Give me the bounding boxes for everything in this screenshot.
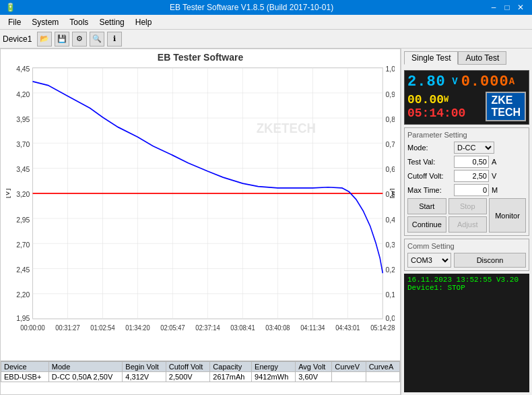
current-value: 0.000 (461, 73, 509, 90)
stop-button[interactable]: Stop (448, 198, 488, 214)
voltage-value: 2.80 (407, 73, 446, 90)
title-bar: 🔋 EB Tester Software V1.8.5 (Build 2017-… (0, 0, 532, 15)
cutoffvolt-input[interactable] (454, 170, 489, 182)
param-section: Parameter Setting Mode: D-CC D-CV D-CR D… (404, 127, 529, 236)
menu-help[interactable]: Help (130, 16, 158, 28)
continue-button[interactable]: Continue (407, 216, 446, 233)
svg-text:0,90: 0,90 (385, 90, 395, 98)
svg-text:0,10: 0,10 (385, 291, 395, 299)
param-section-title: Parameter Setting (407, 131, 526, 139)
tabs: Single Test Auto Test (404, 51, 529, 65)
svg-text:3,45: 3,45 (16, 165, 30, 173)
col-curvea: CurveA (366, 362, 399, 372)
tab-single-test[interactable]: Single Test (404, 51, 458, 65)
svg-text:0,60: 0,60 (385, 165, 395, 173)
run-data-row2: 00.00W 05:14:00 ZKE TECH (407, 92, 526, 121)
col-device: Device (1, 362, 49, 372)
toolbar-settings-btn[interactable]: ⚙ (72, 32, 87, 47)
comm-section-title: Comm Setting (407, 242, 526, 250)
testval-row: Test Val: A (407, 156, 526, 168)
col-avg-volt: Avg Volt (296, 362, 332, 372)
svg-text:2,70: 2,70 (16, 240, 30, 248)
monitor-button[interactable]: Monitor (489, 198, 526, 233)
cell-device: EBD-USB+ (1, 372, 49, 382)
svg-text:03:08:41: 03:08:41 (230, 324, 255, 332)
mode-row: Mode: D-CC D-CV D-CR D-CP (407, 142, 526, 154)
svg-text:0,80: 0,80 (385, 115, 395, 123)
svg-text:03:40:08: 03:40:08 (265, 324, 290, 332)
btn-group-left: Start Stop Continue Adjust (407, 198, 487, 233)
col-capacity: Capacity (210, 362, 252, 372)
cutoffvolt-unit: V (492, 172, 496, 180)
com-port-select[interactable]: COM3 COM1 COM2 COM4 (407, 253, 451, 268)
run-current: 0.000A (461, 73, 515, 90)
svg-text:04:11:34: 04:11:34 (300, 324, 325, 332)
status-log-line1: 16.11.2023 13:52:55 V3.20 (407, 276, 526, 284)
mode-label: Mode: (407, 144, 451, 152)
svg-text:0,70: 0,70 (385, 140, 395, 148)
svg-text:04:43:01: 04:43:01 (335, 324, 360, 332)
svg-text:0,20: 0,20 (385, 266, 395, 274)
col-mode: Mode (48, 362, 123, 372)
testval-label: Test Val: (407, 158, 451, 166)
cutoffvolt-label: Cutoff Volt: (407, 172, 451, 180)
start-button[interactable]: Start (407, 198, 446, 214)
svg-text:[V]: [V] (6, 188, 11, 198)
menu-file[interactable]: File (3, 16, 26, 28)
svg-text:01:02:54: 01:02:54 (90, 324, 115, 332)
svg-text:3,70: 3,70 (16, 140, 30, 148)
toolbar-info-btn[interactable]: ℹ (107, 32, 122, 47)
current-unit: A (509, 76, 515, 87)
comm-section: Comm Setting COM3 COM1 COM2 COM4 Disconn (404, 239, 529, 271)
comm-row: COM3 COM1 COM2 COM4 Disconn (407, 253, 526, 268)
svg-text:2,45: 2,45 (16, 266, 30, 274)
testval-input[interactable] (454, 156, 489, 168)
toolbar-search-btn[interactable]: 🔍 (90, 32, 104, 47)
col-energy: Energy (252, 362, 296, 372)
svg-text:0,00: 0,00 (385, 314, 395, 322)
main-content: EB Tester Software (0, 49, 532, 395)
cell-avg-volt: 3,60V (296, 372, 332, 382)
menu-setting[interactable]: Setting (94, 16, 129, 28)
cell-mode: D-CC 0,50A 2,50V (48, 372, 123, 382)
cutoffvolt-row: Cutoff Volt: V (407, 170, 526, 182)
svg-text:2,20: 2,20 (16, 291, 30, 299)
cell-curvea (366, 372, 399, 382)
svg-text:4,45: 4,45 (16, 65, 30, 73)
bottom-table: Device Mode Begin Volt Cutoff Volt Capac… (1, 361, 400, 382)
chart-title: EB Tester Software (1, 49, 400, 64)
close-button[interactable]: ✕ (514, 1, 527, 13)
bottom-table-container: Device Mode Begin Volt Cutoff Volt Capac… (1, 361, 400, 394)
run-voltage: 2.80 V (407, 73, 459, 90)
mode-select[interactable]: D-CC D-CV D-CR D-CP (454, 142, 494, 154)
cell-begin-volt: 4,312V (123, 372, 166, 382)
btn-subrow-2: Continue Adjust (407, 216, 487, 233)
run-power: 00.00W (407, 93, 465, 107)
tab-auto-test[interactable]: Auto Test (458, 51, 506, 65)
minimize-button[interactable]: – (488, 1, 500, 13)
maximize-button[interactable]: □ (501, 1, 513, 13)
chart-wrapper: EB Tester Software (1, 49, 400, 361)
svg-text:05:14:28: 05:14:28 (370, 324, 395, 332)
menu-bar: File System Tools Setting Help (0, 15, 532, 30)
zke-logo: ZKE TECH (486, 92, 526, 121)
cell-cutoff-volt: 2,500V (166, 372, 210, 382)
toolbar: Device1 📂 💾 ⚙ 🔍 ℹ (0, 30, 532, 49)
disconn-button[interactable]: Disconn (454, 253, 526, 268)
table-header-row: Device Mode Begin Volt Cutoff Volt Capac… (1, 362, 400, 372)
chart-watermark: ZKETECH (257, 120, 316, 135)
col-curvev: CurveV (332, 362, 366, 372)
svg-text:02:37:14: 02:37:14 (195, 324, 220, 332)
col-begin-volt: Begin Volt (123, 362, 166, 372)
maxtime-input[interactable] (454, 184, 489, 196)
cell-energy: 9412mWh (252, 372, 296, 382)
svg-text:00:31:27: 00:31:27 (55, 324, 79, 332)
toolbar-open-btn[interactable]: 📂 (37, 32, 52, 47)
right-panel: Single Test Auto Test 2.80 V 0.000A 00.0… (401, 49, 532, 395)
adjust-button[interactable]: Adjust (448, 216, 488, 233)
toolbar-save-btn[interactable]: 💾 (55, 32, 69, 47)
chart-svg: 4,45 4,20 3,95 3,70 3,45 3,20 2,95 2,70 … (6, 64, 395, 361)
status-log: 16.11.2023 13:52:55 V3.20 Device1: STOP (404, 274, 529, 392)
menu-tools[interactable]: Tools (64, 16, 94, 28)
menu-system[interactable]: System (26, 16, 64, 28)
